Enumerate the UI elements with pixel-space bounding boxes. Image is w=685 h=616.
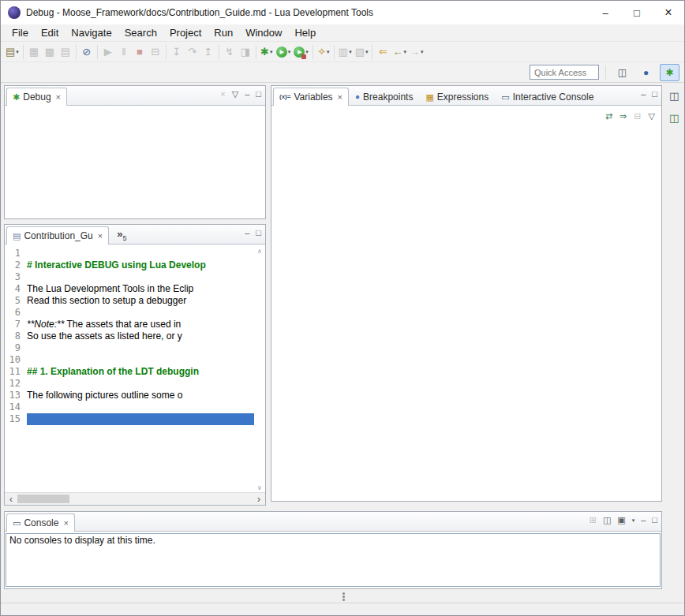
menu-project[interactable]: Project bbox=[163, 25, 208, 40]
quick-access-input[interactable] bbox=[530, 65, 599, 80]
editor-line[interactable]: 14 bbox=[5, 401, 254, 413]
collapse-all-icon[interactable]: ⊟ bbox=[634, 112, 641, 121]
maximize-icon[interactable]: □ bbox=[652, 90, 657, 99]
display-selected-console-icon[interactable]: ◫ bbox=[603, 516, 611, 525]
scroll-up-icon[interactable]: ∧ bbox=[257, 248, 262, 255]
console-output[interactable]: No consoles to display at this time. bbox=[6, 533, 661, 587]
run-button[interactable]: ▶▾ bbox=[275, 43, 293, 61]
editor-line[interactable]: 4The Lua Development Tools in the Eclip bbox=[5, 283, 254, 295]
close-icon[interactable]: × bbox=[98, 231, 103, 241]
scrollbar-thumb[interactable] bbox=[17, 495, 69, 503]
sash-grip-icon[interactable] bbox=[342, 592, 345, 595]
close-icon[interactable]: × bbox=[63, 518, 68, 528]
resume-button[interactable]: ▶ bbox=[100, 43, 116, 61]
line-text[interactable] bbox=[27, 307, 254, 319]
editor-line[interactable]: 15 bbox=[5, 413, 254, 425]
close-button[interactable]: × bbox=[653, 1, 684, 24]
editor-line[interactable]: 12 bbox=[5, 378, 254, 390]
minimize-icon[interactable]: – bbox=[641, 516, 646, 525]
editor-tab-overflow[interactable]: »5 bbox=[117, 228, 126, 242]
maximize-button[interactable]: □ bbox=[621, 1, 653, 24]
restore-view-button-2[interactable]: ◫ bbox=[664, 110, 682, 125]
view-menu-icon[interactable]: ▽ bbox=[232, 90, 238, 99]
menu-window[interactable]: Window bbox=[239, 25, 288, 40]
restore-view-button-1[interactable]: ◫ bbox=[664, 88, 682, 103]
menu-run[interactable]: Run bbox=[208, 25, 239, 40]
editor-line[interactable]: 7**Note:** The assets that are used in bbox=[5, 319, 254, 330]
editor-line[interactable]: 3 bbox=[5, 271, 254, 283]
menu-edit[interactable]: Edit bbox=[35, 25, 65, 40]
open-search-button[interactable]: ✧▾ bbox=[316, 43, 331, 61]
debug-button[interactable]: ✱▾ bbox=[259, 43, 275, 61]
line-text[interactable] bbox=[27, 401, 254, 413]
new-lua-file-button[interactable]: ▥▾ bbox=[337, 43, 354, 61]
line-text[interactable]: Read this section to setup a debugger bbox=[27, 295, 254, 307]
editor-text-area[interactable]: 12# Interactive DEBUG using Lua Develop3… bbox=[5, 248, 254, 491]
scroll-down-icon[interactable]: ∨ bbox=[257, 484, 262, 491]
editor-line[interactable]: 9 bbox=[5, 342, 254, 354]
menu-help[interactable]: Help bbox=[288, 25, 322, 40]
step-over-button[interactable]: ↷ bbox=[185, 43, 200, 61]
minimize-button[interactable]: – bbox=[590, 1, 621, 24]
open-console-icon[interactable]: ⊞ bbox=[590, 516, 597, 525]
scrollbar-track[interactable] bbox=[17, 493, 253, 505]
back-button[interactable]: ←▾ bbox=[391, 43, 408, 61]
editor-line[interactable]: 11## 1. Explanation of the LDT debuggin bbox=[5, 366, 254, 378]
ldt-perspective-button[interactable]: ● bbox=[636, 64, 656, 81]
scroll-right-icon[interactable]: › bbox=[253, 494, 265, 505]
line-text[interactable] bbox=[27, 378, 254, 390]
editor-line[interactable]: 6 bbox=[5, 307, 254, 319]
maximize-icon[interactable]: □ bbox=[256, 229, 261, 237]
use-step-filters-button[interactable]: ◨ bbox=[238, 43, 253, 61]
editor-line[interactable]: 1 bbox=[5, 248, 254, 259]
line-text[interactable]: **Note:** The assets that are used in bbox=[27, 319, 254, 330]
editor-line[interactable]: 8So use the assets as listed here, or y bbox=[5, 330, 254, 342]
line-text[interactable] bbox=[27, 342, 254, 354]
tab-console[interactable]: ▭ Console × bbox=[6, 513, 75, 532]
tab-interactive-console[interactable]: ▭ Interactive Console bbox=[495, 88, 600, 106]
new-wizard-button[interactable]: ▤▾ bbox=[4, 43, 21, 61]
horizontal-scrollbar[interactable]: ‹ › bbox=[5, 492, 265, 505]
close-icon[interactable]: × bbox=[56, 92, 61, 102]
editor-line[interactable]: 5Read this section to setup a debugger bbox=[5, 295, 254, 307]
print-button[interactable]: ▤ bbox=[58, 43, 73, 61]
scroll-left-icon[interactable]: ‹ bbox=[5, 494, 17, 505]
suspend-button[interactable]: ‖ bbox=[116, 43, 132, 61]
line-text[interactable]: # Interactive DEBUG using Lua Develop bbox=[27, 259, 254, 271]
tab-variables[interactable]: (x)= Variables × bbox=[273, 88, 349, 106]
minimize-icon[interactable]: – bbox=[641, 90, 646, 99]
save-all-button[interactable]: ▩ bbox=[42, 43, 58, 61]
debug-tree-area[interactable] bbox=[5, 106, 265, 218]
line-text[interactable] bbox=[27, 413, 254, 425]
tab-breakpoints[interactable]: ● Breakpoints bbox=[349, 88, 419, 106]
open-console-dropdown-icon[interactable]: ▣ bbox=[617, 516, 625, 525]
open-element-button[interactable]: ▧▾ bbox=[354, 43, 370, 61]
line-text[interactable]: The Lua Development Tools in the Eclip bbox=[27, 283, 254, 295]
tab-expressions[interactable]: ▦ Expressions bbox=[419, 88, 495, 106]
minimize-icon[interactable]: – bbox=[245, 90, 249, 99]
line-text[interactable] bbox=[27, 248, 254, 259]
tab-contribution-guide[interactable]: ▤ Contribution_Gu × bbox=[6, 226, 109, 245]
line-text[interactable] bbox=[27, 271, 254, 283]
external-tools-button[interactable]: ▶▾ bbox=[292, 43, 310, 61]
save-button[interactable]: ▦ bbox=[26, 43, 42, 61]
step-into-button[interactable]: ↧ bbox=[169, 43, 185, 61]
forward-button[interactable]: →▾ bbox=[408, 43, 425, 61]
terminate-button[interactable]: ■ bbox=[132, 43, 148, 61]
skip-all-breakpoints-button[interactable]: ⊘ bbox=[79, 43, 95, 61]
vertical-scrollbar[interactable]: ∧ ∨ bbox=[254, 248, 265, 491]
maximize-icon[interactable]: □ bbox=[256, 90, 261, 99]
line-text[interactable]: The following pictures outline some o bbox=[27, 390, 254, 401]
chevron-down-icon[interactable]: ▾ bbox=[632, 517, 635, 524]
tab-debug[interactable]: ✱ Debug × bbox=[6, 88, 67, 106]
editor-line[interactable]: 10 bbox=[5, 354, 254, 366]
show-type-names-icon[interactable]: ⇄ bbox=[605, 112, 612, 121]
open-perspective-button[interactable]: ◫ bbox=[612, 64, 632, 81]
variables-tree-area[interactable] bbox=[271, 125, 661, 501]
view-menu-icon[interactable]: ▽ bbox=[649, 112, 655, 121]
close-icon[interactable]: × bbox=[338, 92, 342, 102]
remove-terminated-icon[interactable]: × bbox=[220, 90, 225, 99]
line-text[interactable] bbox=[27, 354, 254, 366]
menu-search[interactable]: Search bbox=[118, 25, 163, 40]
minimize-icon[interactable]: – bbox=[245, 229, 249, 237]
